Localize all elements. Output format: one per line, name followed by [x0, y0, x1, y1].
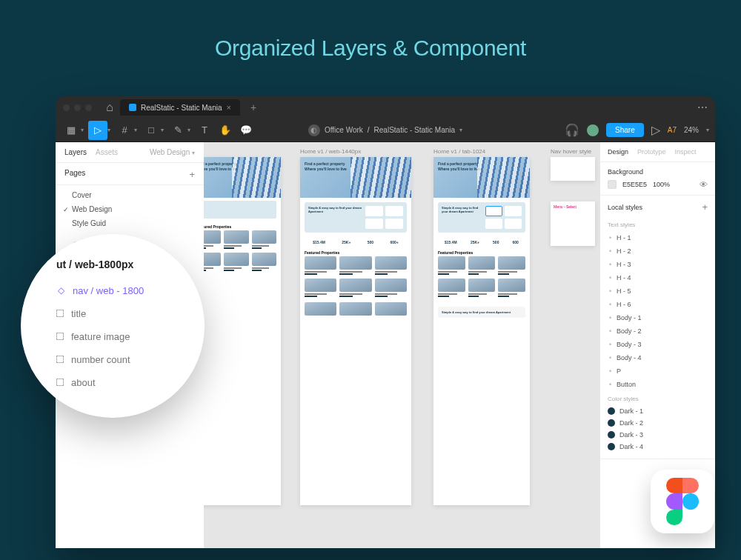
tab-layers[interactable]: Layers — [64, 148, 87, 156]
artboard[interactable]: Nav hover style — [551, 157, 595, 181]
user-avatar[interactable] — [587, 124, 599, 136]
move-tool-icon[interactable]: ▷ — [88, 121, 107, 140]
text-tool-icon[interactable]: T — [195, 121, 214, 140]
frame-tool-icon[interactable]: # — [115, 121, 134, 140]
zoom-a-label: A7 — [668, 126, 677, 134]
window-titlebar: ⌂ RealStatic - Static Mania × + ⋯ — [56, 96, 715, 119]
bg-opacity[interactable]: 100% — [653, 181, 670, 188]
headphones-icon[interactable]: 🎧 — [565, 123, 579, 137]
window-controls[interactable] — [63, 104, 92, 111]
pen-tool-icon[interactable]: ✎ — [168, 121, 187, 140]
artboard-label: Home v1 / tab-1024 — [433, 148, 485, 155]
zoom-level[interactable]: 24% — [684, 126, 699, 134]
present-icon[interactable]: ▷ — [651, 123, 660, 137]
tab-inspect[interactable]: Inspect — [675, 148, 697, 156]
home-icon[interactable]: ⌂ — [104, 101, 116, 113]
shape-tool-icon[interactable]: □ — [142, 121, 161, 140]
add-style-button[interactable]: + — [702, 201, 708, 213]
text-style-item[interactable]: Body - 4 — [608, 351, 708, 364]
background-heading: Background — [608, 168, 708, 176]
page-item[interactable]: Style Guid — [56, 216, 204, 230]
bg-hex[interactable]: E5E5E5 — [622, 181, 647, 188]
text-style-item[interactable]: H - 5 — [608, 284, 708, 298]
text-style-item[interactable]: H - 1 — [608, 231, 708, 244]
artboard[interactable]: Find a perfect property Where you'll lov… — [204, 157, 281, 505]
file-breadcrumb[interactable]: ◐ Office Work / RealStatic - Static Mani… — [308, 124, 462, 136]
file-tab[interactable]: RealStatic - Static Mania × — [120, 99, 240, 116]
team-name: Office Work — [325, 126, 363, 134]
figma-logo-badge — [651, 470, 714, 533]
tab-assets[interactable]: Assets — [96, 148, 118, 156]
popover-layer-item[interactable]: title — [56, 302, 205, 325]
new-tab-button[interactable]: + — [245, 101, 262, 113]
tab-design[interactable]: Design — [608, 148, 628, 156]
file-name: RealStatic - Static Mania — [374, 126, 456, 134]
artboard[interactable]: Menu - Select — [551, 201, 595, 246]
text-style-item[interactable]: H - 2 — [608, 244, 708, 258]
page-title: Organized Layers & Component — [0, 0, 741, 81]
tool-group-left: ▦▾ ▷▾ #▾ □▾ ✎▾ T ✋ 💬 — [62, 121, 256, 140]
hand-tool-icon[interactable]: ✋ — [216, 121, 235, 140]
comment-tool-icon[interactable]: 💬 — [236, 121, 256, 140]
overflow-icon[interactable]: ⋯ — [697, 101, 708, 113]
text-style-item[interactable]: Button — [608, 378, 708, 391]
text-style-item[interactable]: Body - 2 — [608, 324, 708, 338]
popover-layer-item[interactable]: nav / web - 1800 — [56, 279, 205, 302]
popover-layer-item[interactable]: feature image — [56, 325, 205, 348]
layers-closeup-popover: ut / web-1800px nav / web - 1800titlefea… — [21, 234, 205, 418]
figma-doc-icon — [129, 104, 136, 111]
text-style-item[interactable]: H - 6 — [608, 298, 708, 311]
color-styles-label: Color styles — [608, 391, 708, 405]
bg-swatch[interactable] — [608, 180, 617, 189]
team-avatar-icon: ◐ — [308, 124, 320, 136]
page-selector[interactable]: Web Design ▾ — [150, 148, 195, 156]
artboard[interactable]: Home v1 / tab-1024 Find a perfect proper… — [433, 157, 530, 505]
pages-heading: Pages — [64, 169, 85, 180]
add-page-button[interactable]: + — [189, 169, 195, 180]
color-style-item[interactable]: Dark - 3 — [608, 429, 708, 441]
text-style-item[interactable]: H - 4 — [608, 271, 708, 284]
figma-logo-icon — [666, 478, 699, 525]
text-style-item[interactable]: H - 3 — [608, 258, 708, 271]
artboard-label: Nav hover style — [551, 148, 591, 155]
file-tab-label: RealStatic - Static Mania — [141, 104, 222, 112]
text-style-item[interactable]: Body - 3 — [608, 338, 708, 351]
canvas[interactable]: Find a perfect property Where you'll lov… — [204, 142, 600, 548]
main-menu-icon[interactable]: ▦ — [62, 121, 81, 140]
text-style-item[interactable]: Body - 1 — [608, 311, 708, 324]
page-item[interactable]: Cover — [56, 188, 204, 202]
artboard-label: Home v1 / web-1440px — [300, 148, 361, 155]
share-button[interactable]: Share — [606, 123, 644, 137]
popover-layer-item[interactable]: number count — [56, 348, 205, 371]
local-styles-heading: Local styles — [608, 204, 642, 211]
page-item[interactable]: Web Design — [56, 202, 204, 216]
tab-prototype[interactable]: Prototype — [637, 148, 666, 156]
color-style-item[interactable]: Dark - 4 — [608, 441, 708, 453]
toolbar: ▦▾ ▷▾ #▾ □▾ ✎▾ T ✋ 💬 ◐ Office Work / Rea… — [56, 119, 715, 142]
close-icon[interactable]: × — [227, 103, 231, 112]
color-style-item[interactable]: Dark - 1 — [608, 405, 708, 417]
page-list: Cover Web Design Style Guid — [56, 185, 204, 233]
color-style-item[interactable]: Dark - 2 — [608, 417, 708, 429]
artboard[interactable]: Home v1 / web-1440px Find a perfect prop… — [300, 157, 411, 505]
visibility-icon[interactable]: 👁 — [700, 180, 708, 189]
text-styles-label: Text styles — [608, 217, 708, 231]
text-style-item[interactable]: P — [608, 364, 708, 378]
